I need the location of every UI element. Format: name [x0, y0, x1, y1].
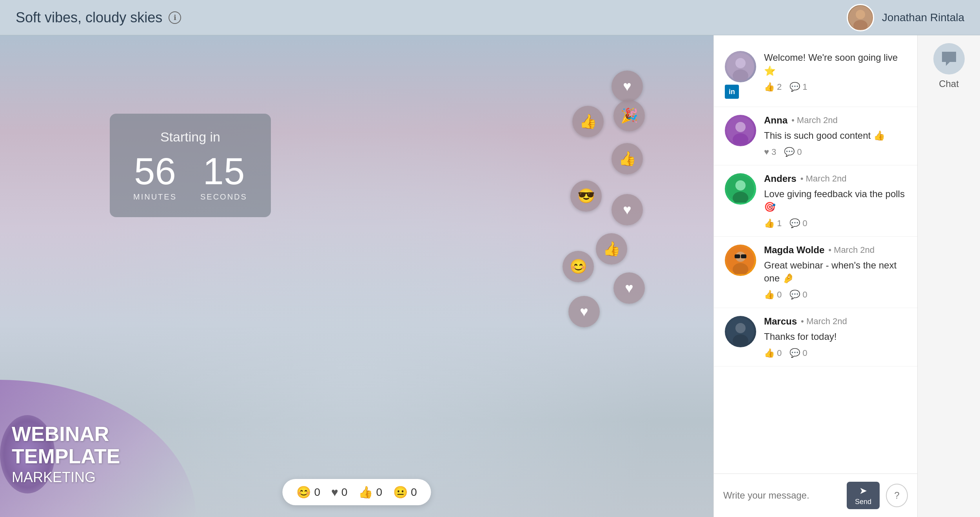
thumbs-icon-marcus: 👍 [764, 348, 775, 358]
page-title: Soft vibes, cloudy skies [16, 9, 162, 26]
comment-action-marcus[interactable]: 💬 0 [789, 348, 807, 358]
reaction-r2: 👍 [572, 106, 604, 137]
feed-content-anna: Anna • March 2nd This is such good conte… [764, 115, 906, 157]
thumbs-reaction[interactable]: 👍 0 [358, 485, 382, 499]
chat-input[interactable] [723, 490, 840, 501]
feed-content-anders: Anders • March 2nd Love giving feedback … [764, 173, 906, 229]
minutes-label: MINUTES [133, 192, 177, 201]
user-name: Jonathan Rintala [882, 11, 964, 24]
like-action-anna[interactable]: ♥ 3 [764, 147, 776, 157]
sad-reaction[interactable]: 😐 0 [393, 485, 417, 499]
starting-in-label: Starting in [133, 129, 247, 145]
thumbs-icon-anders: 👍 [764, 218, 775, 229]
emoji-reaction[interactable]: 😊 0 [296, 485, 320, 499]
like-action-first[interactable]: 👍 2 [764, 82, 782, 92]
feed-author-anna: Anna [764, 115, 788, 126]
reaction-r1: ♥ [612, 71, 643, 102]
minutes-segment: 56 MINUTES [133, 152, 177, 201]
reaction-r9: ♥ [613, 272, 645, 304]
sad-icon: 😐 [393, 485, 408, 499]
feed-message-magda: Great webinar - when's the next one 🤌 [764, 259, 906, 285]
reaction-r7: 👍 [596, 233, 627, 265]
feed-avatar-marcus [725, 316, 756, 347]
comment-action-magda[interactable]: 💬 0 [789, 290, 807, 300]
feed-actions-marcus: 👍 0 💬 0 [764, 348, 906, 358]
countdown-box: Starting in 56 MINUTES 15 SECONDS [110, 114, 271, 217]
feed-message-marcus: Thanks for today! [764, 330, 906, 343]
seconds-value: 15 [200, 152, 247, 190]
thumbs-icon: 👍 [358, 485, 373, 499]
heart-icon: ♥ [331, 486, 338, 499]
sad-count: 0 [411, 486, 417, 499]
like-action-anders[interactable]: 👍 1 [764, 218, 782, 229]
info-icon[interactable]: ℹ [169, 11, 181, 24]
linkedin-icon: in [725, 85, 739, 99]
reaction-r6: ♥ [612, 194, 643, 225]
send-button[interactable]: ➤ Send [847, 482, 880, 509]
feed-container: in Welcome! We're soon going live ⭐ 👍 2 … [714, 35, 917, 473]
webinar-line3: MARKETING [12, 469, 120, 486]
feed-header-magda: Magda Wolde • March 2nd [764, 245, 906, 256]
svg-point-4 [735, 58, 746, 68]
like-action-magda[interactable]: 👍 0 [764, 290, 782, 300]
comment-count-marcus: 0 [802, 348, 807, 358]
reaction-r10: ♥ [568, 296, 600, 327]
floating-reactions-area: ♥ 👍 🎉 👍 😎 ♥ 👍 😊 ♥ ♥ [619, 59, 666, 454]
feed-author-anders: Anders [764, 173, 797, 184]
feed-author-marcus: Marcus [764, 316, 797, 327]
reaction-r3: 🎉 [613, 100, 645, 131]
comment-count-first: 1 [802, 82, 807, 92]
help-button[interactable]: ? [886, 484, 908, 507]
reaction-r5: 😎 [570, 180, 602, 212]
video-bottom-text: WEBINAR TEMPLATE MARKETING [12, 423, 120, 486]
feed-content-first: Welcome! We're soon going live ⭐ 👍 2 💬 1 [764, 51, 906, 99]
feed-date-anders: • March 2nd [800, 174, 847, 184]
send-label: Send [855, 498, 871, 506]
header-left: Soft vibes, cloudy skies ℹ [16, 9, 181, 26]
comment-action-anna[interactable]: 💬 0 [784, 147, 802, 157]
reaction-bar: 😊 0 ♥ 0 👍 0 😐 0 [282, 479, 431, 505]
feed-header-anders: Anders • March 2nd [764, 173, 906, 184]
header-right: Jonathan Rintala [847, 4, 964, 31]
like-icon-first: 👍 [764, 82, 775, 92]
svg-point-7 [735, 122, 746, 132]
comment-icon-anna: 💬 [784, 147, 795, 157]
minutes-value: 56 [133, 152, 177, 190]
chat-panel: in Welcome! We're soon going live ⭐ 👍 2 … [713, 35, 917, 517]
webinar-line1: WEBINAR [12, 423, 120, 445]
feed-actions-first: 👍 2 💬 1 [764, 82, 906, 92]
chat-tab-icon[interactable] [933, 43, 965, 74]
comment-action-anders[interactable]: 💬 0 [789, 218, 807, 229]
emoji-count: 0 [314, 486, 320, 499]
feed-date-marcus: • March 2nd [801, 316, 847, 327]
send-arrow-icon: ➤ [859, 485, 867, 496]
like-count-magda: 0 [777, 290, 782, 300]
feed-header-marcus: Marcus • March 2nd [764, 316, 906, 327]
feed-item-anna: Anna • March 2nd This is such good conte… [714, 107, 917, 165]
feed-date-anna: • March 2nd [791, 115, 838, 125]
comment-icon-marcus: 💬 [789, 348, 800, 358]
like-count-first: 2 [777, 82, 782, 92]
feed-avatar-magda [725, 245, 756, 276]
comment-icon-first: 💬 [789, 82, 800, 92]
feed-item-anders: Anders • March 2nd Love giving feedback … [714, 165, 917, 237]
feed-message-anna: This is such good content 👍 [764, 129, 906, 142]
feed-item-marcus: Marcus • March 2nd Thanks for today! 👍 0… [714, 308, 917, 366]
svg-point-1 [856, 10, 865, 19]
thumbs-icon-magda: 👍 [764, 290, 775, 300]
feed-actions-magda: 👍 0 💬 0 [764, 290, 906, 300]
emoji-icon: 😊 [296, 485, 311, 499]
avatar [847, 4, 874, 31]
feed-message-anders: Love giving feedback via the polls 🎯 [764, 187, 906, 214]
reaction-r4: 👍 [612, 143, 643, 174]
feed-avatar-anders [725, 173, 756, 205]
comment-action-first[interactable]: 💬 1 [789, 82, 807, 92]
heart-count: 0 [341, 486, 348, 499]
chat-input-area: ➤ Send ? [714, 473, 917, 517]
feed-message-first: Welcome! We're soon going live ⭐ [764, 51, 906, 77]
svg-rect-15 [741, 254, 746, 258]
seconds-segment: 15 SECONDS [200, 152, 247, 201]
feed-item-magda: Magda Wolde • March 2nd Great webinar - … [714, 237, 917, 308]
like-action-marcus[interactable]: 👍 0 [764, 348, 782, 358]
heart-reaction[interactable]: ♥ 0 [331, 486, 347, 499]
